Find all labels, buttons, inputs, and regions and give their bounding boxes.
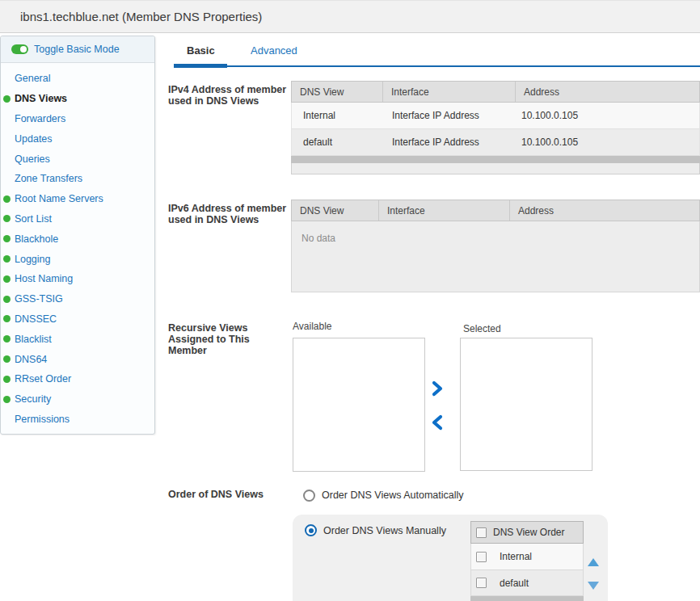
sidebar-item-label: Root Name Servers <box>15 193 103 204</box>
chevron-left-icon <box>431 414 444 431</box>
available-listbox[interactable] <box>293 338 425 472</box>
order-table-row[interactable]: default <box>470 570 584 596</box>
green-status-dot-icon <box>3 195 11 203</box>
sidebar-item-dnssec[interactable]: DNSSEC <box>1 309 154 330</box>
table-row[interactable]: default Interface IP Address 10.100.0.10… <box>291 129 700 156</box>
sidebar-item-zone-transfers[interactable]: Zone Transfers <box>1 169 154 189</box>
radio-label-automatically[interactable]: Order DNS Views Automatically <box>322 490 464 501</box>
ipv6-table: DNS View Interface Address No data <box>291 200 700 292</box>
sidebar-item-sort-list[interactable]: Sort List <box>1 209 154 229</box>
sidebar-item-general[interactable]: General <box>1 69 154 89</box>
sidebar-item-label: DNS64 <box>15 354 47 365</box>
tab-basic[interactable]: Basic <box>187 44 215 57</box>
column-header-interface[interactable]: Interface <box>378 200 509 221</box>
ipv4-table: DNS View Interface Address Internal Inte… <box>291 81 700 174</box>
green-status-dot-icon <box>3 255 11 263</box>
sidebar-item-label: Security <box>15 393 51 405</box>
sidebar-item-label: Logging <box>15 254 51 265</box>
horizontal-scrollbar[interactable] <box>470 596 584 601</box>
dns-view-order-table: DNS View Order Internal default <box>470 521 584 601</box>
ipv4-table-header: DNS View Interface Address <box>291 81 700 103</box>
sidebar-item-rrset-order[interactable]: RRset Order <box>1 369 154 389</box>
select-row-checkbox[interactable] <box>476 552 487 562</box>
empty-table-message: No data <box>291 221 700 292</box>
move-right-button[interactable] <box>431 380 444 397</box>
move-up-button[interactable] <box>588 558 599 566</box>
active-tab-indicator <box>174 64 227 68</box>
selected-list-label: Selected <box>463 323 501 334</box>
sidebar-item-label: Blacklist <box>15 334 52 345</box>
order-row-label: Internal <box>500 551 532 562</box>
select-row-checkbox[interactable] <box>476 578 487 588</box>
sidebar-item-dns64[interactable]: DNS64 <box>1 349 154 369</box>
sidebar-item-root-name-servers[interactable]: Root Name Servers <box>1 189 154 209</box>
column-header-dns-view[interactable]: DNS View <box>292 82 382 102</box>
green-status-dot-icon <box>3 235 11 242</box>
cell-address: 10.100.0.105 <box>515 129 699 155</box>
green-status-dot-icon <box>3 376 11 383</box>
table-row[interactable]: Internal Interface IP Address 10.100.0.1… <box>291 103 700 129</box>
sidebar-item-label: Updates <box>15 133 53 145</box>
cell-address: 10.100.0.105 <box>515 103 699 128</box>
sidebar-item-label: General <box>15 73 50 84</box>
toggle-switch-icon[interactable] <box>11 44 28 54</box>
order-table-header: DNS View Order <box>470 521 584 544</box>
window-title-bar: ibns1.techblue.net (Member DNS Propertie… <box>0 0 700 33</box>
cell-dns-view: Internal <box>292 103 382 128</box>
sidebar-item-forwarders[interactable]: Forwarders <box>1 109 154 129</box>
green-status-dot-icon <box>3 355 11 363</box>
radio-order-automatically[interactable] <box>303 490 315 502</box>
sidebar-item-label: Sort List <box>15 213 52 225</box>
column-header-interface[interactable]: Interface <box>382 82 515 102</box>
green-status-dot-icon <box>3 215 11 222</box>
green-status-dot-icon <box>3 296 11 303</box>
toggle-basic-mode-label: Toggle Basic Mode <box>34 44 120 55</box>
order-table-row[interactable]: Internal <box>470 544 584 570</box>
order-row-label: default <box>500 578 529 589</box>
sidebar-item-label: Queries <box>15 153 50 165</box>
sidebar-item-label: RRset Order <box>15 373 71 385</box>
sidebar-item-label: Blackhole <box>15 233 58 245</box>
sidebar-item-host-naming[interactable]: Host Naming <box>1 269 154 289</box>
sidebar-item-logging[interactable]: Logging <box>1 249 154 269</box>
window-title: ibns1.techblue.net (Member DNS Propertie… <box>20 10 262 23</box>
green-status-dot-icon <box>3 335 11 343</box>
sidebar-item-label: Host Naming <box>15 273 73 284</box>
green-status-dot-icon <box>3 275 11 283</box>
recursive-views-label: Recursive Views Assigned to This Member <box>168 322 289 356</box>
radio-label-manually[interactable]: Order DNS Views Manually <box>323 525 446 536</box>
sidebar-item-queries[interactable]: Queries <box>1 149 154 169</box>
move-down-button[interactable] <box>588 582 599 590</box>
cell-interface: Interface IP Address <box>382 129 515 155</box>
sidebar-item-updates[interactable]: Updates <box>1 128 154 149</box>
sidebar-nav: General DNS Views Forwarders Updates Que… <box>1 63 154 429</box>
ipv6-section-label: IPv6 Address of member used in DNS Views <box>168 203 289 225</box>
green-status-dot-icon <box>3 396 11 403</box>
tab-advanced[interactable]: Advanced <box>251 44 297 57</box>
toggle-basic-mode[interactable]: Toggle Basic Mode <box>1 36 154 63</box>
sidebar-item-label: Forwarders <box>15 113 65 124</box>
selected-listbox[interactable] <box>460 338 592 471</box>
table-footer <box>291 163 700 174</box>
sidebar-item-label: DNSSEC <box>15 313 57 325</box>
cell-dns-view: default <box>292 129 382 155</box>
column-header-dns-view[interactable]: DNS View <box>292 200 378 221</box>
available-list-label: Available <box>293 321 331 332</box>
select-all-checkbox[interactable] <box>476 527 487 538</box>
sidebar-item-blacklist[interactable]: Blacklist <box>1 329 154 349</box>
column-header-address[interactable]: Address <box>509 200 699 221</box>
order-table-header-label: DNS View Order <box>493 527 564 538</box>
sidebar-item-dns-views[interactable]: DNS Views <box>1 89 154 109</box>
horizontal-scrollbar[interactable] <box>291 156 700 163</box>
sidebar-item-permissions[interactable]: Permissions <box>1 410 154 430</box>
column-header-address[interactable]: Address <box>515 82 699 102</box>
sidebar-item-gss-tsig[interactable]: GSS-TSIG <box>1 289 154 309</box>
tab-underline <box>174 65 700 67</box>
ipv6-table-header: DNS View Interface Address <box>291 200 700 221</box>
move-left-button[interactable] <box>431 414 444 431</box>
sidebar-item-blackhole[interactable]: Blackhole <box>1 229 154 249</box>
order-section-label: Order of DNS Views <box>168 489 289 500</box>
green-status-dot-icon <box>3 315 11 322</box>
radio-order-manually[interactable] <box>305 524 317 536</box>
sidebar-item-security[interactable]: Security <box>1 389 154 410</box>
